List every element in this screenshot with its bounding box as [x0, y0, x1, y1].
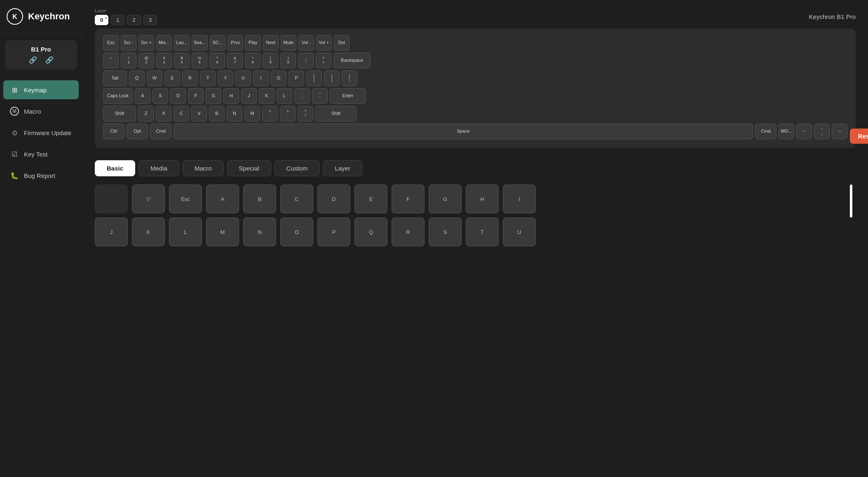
grid-key-q[interactable]: Q — [354, 217, 387, 246]
layer-btn-3[interactable]: 3 — [143, 15, 157, 25]
key-n[interactable]: N — [227, 106, 242, 122]
key-space[interactable]: Space — [174, 124, 753, 139]
grid-key-o[interactable]: O — [280, 217, 313, 246]
key-del[interactable]: Del — [334, 35, 350, 51]
grid-key-h[interactable]: H — [466, 185, 499, 213]
grid-key-p[interactable]: P — [317, 217, 350, 246]
key-9[interactable]: (9 — [263, 53, 278, 68]
key-w[interactable]: W — [147, 70, 162, 86]
grid-key-i[interactable]: I — [503, 185, 536, 213]
key-cmd-right[interactable]: Cmd — [755, 124, 777, 139]
key-capslock[interactable]: Caps Lock — [103, 88, 133, 104]
key-scr+[interactable]: Scr + — [138, 35, 154, 51]
grid-key-m[interactable]: M — [206, 217, 239, 246]
key-vol-[interactable]: Vol - — [298, 35, 314, 51]
tab-media[interactable]: Media — [138, 160, 179, 176]
layer-btn-2[interactable]: 2 — [127, 15, 141, 25]
key-mo[interactable]: MO... — [779, 124, 794, 139]
key-period[interactable]: >. — [280, 106, 296, 122]
key-h[interactable]: H — [223, 88, 239, 104]
tab-special[interactable]: Special — [227, 160, 271, 176]
key-o[interactable]: O — [271, 70, 286, 86]
layer-btn-1[interactable]: 1 — [111, 15, 124, 25]
tab-basic[interactable]: Basic — [95, 160, 135, 176]
sidebar-item-bugreport[interactable]: 🐛 Bug Report — [3, 166, 79, 185]
key-1[interactable]: !1 — [121, 53, 136, 68]
key-l[interactable]: L — [277, 88, 292, 104]
key-m[interactable]: M — [244, 106, 260, 122]
grid-key-j[interactable]: J — [95, 217, 128, 246]
key-j[interactable]: J — [241, 88, 257, 104]
key-rbracket[interactable]: }] — [324, 70, 340, 86]
key-enter[interactable]: Enter — [330, 88, 366, 104]
key-f[interactable]: F — [188, 88, 204, 104]
grid-key-r[interactable]: R — [392, 217, 425, 246]
key-y[interactable]: Y — [218, 70, 233, 86]
grid-key-e[interactable]: E — [354, 185, 387, 213]
key-semicolon[interactable]: :; — [294, 88, 310, 104]
key-sc[interactable]: SC... — [210, 35, 225, 51]
grid-key-g[interactable]: G — [429, 185, 462, 213]
key-next[interactable]: Next — [263, 35, 279, 51]
key-left[interactable]: ← — [796, 124, 812, 139]
key-opt[interactable]: Opt — [127, 124, 148, 139]
key-d[interactable]: D — [170, 88, 186, 104]
key-4[interactable]: $4 — [174, 53, 190, 68]
key-equal[interactable]: += — [316, 53, 331, 68]
sidebar-item-macro[interactable]: M Macro — [3, 102, 79, 121]
key-g[interactable]: G — [206, 88, 221, 104]
grid-key-s[interactable]: S — [429, 217, 462, 246]
grid-key-b[interactable]: B — [243, 185, 276, 213]
key-right[interactable]: → — [832, 124, 847, 139]
key-slash[interactable]: ?/ — [298, 106, 313, 122]
key-lbracket[interactable]: {[ — [306, 70, 322, 86]
grid-key-u[interactable]: U — [503, 217, 536, 246]
key-minus[interactable]: _- — [298, 53, 314, 68]
reset-layout-button[interactable]: Reset Layout — [850, 129, 868, 144]
tab-layer[interactable]: Layer — [323, 160, 362, 176]
grid-key-f[interactable]: F — [392, 185, 425, 213]
key-backslash[interactable]: |\ — [342, 70, 357, 86]
key-2[interactable]: @2 — [138, 53, 154, 68]
key-shift-left[interactable]: Shift — [103, 106, 136, 122]
key-prvs[interactable]: Prvs — [228, 35, 243, 51]
key-k[interactable]: K — [259, 88, 274, 104]
key-esc[interactable]: Esc — [103, 35, 119, 51]
key-v[interactable]: V — [191, 106, 207, 122]
layer-btn-0[interactable]: 0● — [95, 15, 108, 25]
key-3[interactable]: #3 — [156, 53, 172, 68]
device-link-1[interactable]: 🔗 — [29, 56, 37, 64]
key-mute[interactable]: Mute — [281, 35, 296, 51]
key-u[interactable]: U — [235, 70, 251, 86]
key-comma[interactable]: <, — [262, 106, 278, 122]
key-q[interactable]: Q — [129, 70, 145, 86]
grid-key-k[interactable]: K — [132, 217, 165, 246]
scrollbar-thumb[interactable] — [850, 185, 852, 217]
key-c[interactable]: C — [174, 106, 189, 122]
key-0[interactable]: )0 — [280, 53, 296, 68]
key-sea[interactable]: Sea... — [192, 35, 208, 51]
key-i[interactable]: I — [253, 70, 269, 86]
key-5[interactable]: %5 — [192, 53, 207, 68]
sidebar-item-firmware[interactable]: ⊙ Firmware Update — [3, 123, 79, 142]
key-tilde[interactable]: ~` — [103, 53, 119, 68]
key-a[interactable]: A — [135, 88, 150, 104]
sidebar-item-keymap[interactable]: ⊞ Keymap — [3, 80, 79, 99]
key-scr-[interactable]: Scr - — [121, 35, 136, 51]
key-x[interactable]: X — [156, 106, 171, 122]
key-e[interactable]: E — [164, 70, 180, 86]
key-r[interactable]: R — [182, 70, 198, 86]
key-vol+[interactable]: Vol + — [316, 35, 332, 51]
tab-custom[interactable]: Custom — [274, 160, 320, 176]
grid-key-esc[interactable]: Esc — [169, 185, 202, 213]
grid-key-a[interactable]: A — [206, 185, 239, 213]
key-quote[interactable]: "' — [312, 88, 328, 104]
key-shift-right[interactable]: Shift — [315, 106, 357, 122]
key-z[interactable]: Z — [138, 106, 154, 122]
tab-macro[interactable]: Macro — [183, 160, 224, 176]
key-mis[interactable]: Mis... — [156, 35, 172, 51]
key-p[interactable]: P — [289, 70, 304, 86]
key-7[interactable]: &7 — [227, 53, 243, 68]
grid-key-t[interactable]: T — [466, 217, 499, 246]
grid-key-d[interactable]: D — [317, 185, 350, 213]
